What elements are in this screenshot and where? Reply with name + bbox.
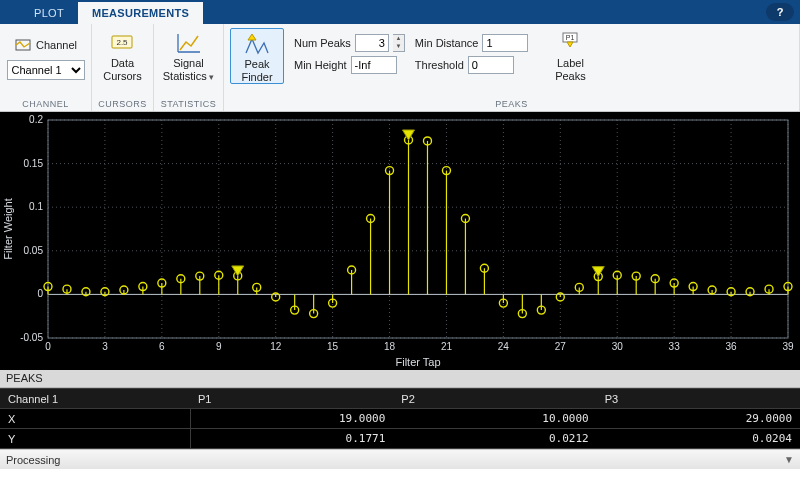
signal-statistics-button[interactable]: Signal Statistics: [163, 28, 215, 82]
peaks-cell: 0.0204: [597, 429, 800, 449]
svg-text:3: 3: [102, 341, 108, 352]
peaks-channel-header: Channel 1: [0, 389, 190, 409]
tab-plot[interactable]: PLOT: [20, 2, 78, 24]
svg-text:Filter Tap: Filter Tap: [395, 356, 440, 368]
ribbon-group-statistics: Signal Statistics STATISTICS: [154, 24, 224, 111]
svg-text:21: 21: [441, 341, 453, 352]
channel-group-label: CHANNEL: [6, 99, 85, 111]
filter-weight-plot[interactable]: -0.0500.050.10.150.203691215182124273033…: [0, 112, 800, 370]
peaks-row-label: X: [0, 409, 190, 429]
peaks-col-header: P2: [393, 389, 596, 409]
channel-label: Channel: [36, 39, 77, 51]
num-peaks-label: Num Peaks: [294, 37, 351, 49]
svg-text:0.15: 0.15: [24, 158, 44, 169]
svg-marker-3: [248, 34, 256, 40]
statistics-group-label: STATISTICS: [160, 99, 217, 111]
svg-marker-6: [567, 42, 573, 47]
status-bar: Processing ▼: [0, 449, 800, 469]
channel-select[interactable]: Channel 1: [7, 60, 85, 80]
svg-text:0: 0: [37, 288, 43, 299]
svg-text:24: 24: [498, 341, 510, 352]
svg-text:0: 0: [45, 341, 51, 352]
svg-text:0.1: 0.1: [29, 201, 43, 212]
label-peaks-icon: P1: [556, 30, 584, 56]
svg-text:9: 9: [216, 341, 222, 352]
peaks-cell: 29.0000: [597, 409, 800, 429]
svg-text:15: 15: [327, 341, 339, 352]
help-button[interactable]: ?: [766, 3, 794, 21]
peaks-row-label: Y: [0, 429, 190, 449]
ribbon-group-channel: Channel Channel 1 CHANNEL: [0, 24, 92, 111]
peaks-group-label: PEAKS: [230, 99, 793, 111]
svg-text:12: 12: [270, 341, 282, 352]
table-row: Y0.17710.02120.0204: [0, 429, 800, 449]
svg-text:39: 39: [782, 341, 794, 352]
status-menu-icon[interactable]: ▼: [784, 454, 794, 465]
peaks-col-header: P1: [190, 389, 393, 409]
tab-strip: PLOT MEASUREMENTS ?: [0, 0, 800, 24]
svg-rect-47: [48, 120, 788, 338]
svg-text:2.5: 2.5: [116, 38, 128, 47]
ribbon-toolbar: Channel Channel 1 CHANNEL 2.5 Data Curso…: [0, 24, 800, 112]
tab-measurements[interactable]: MEASUREMENTS: [78, 2, 203, 24]
data-cursors-icon: 2.5: [109, 30, 137, 56]
min-height-label: Min Height: [294, 59, 347, 71]
peaks-table: Channel 1P1P2P3 X19.000010.000029.0000Y0…: [0, 388, 800, 449]
data-cursors-button[interactable]: 2.5 Data Cursors: [98, 28, 147, 82]
peak-finder-button[interactable]: Peak Finder: [230, 28, 284, 84]
peak-params-col2: Min Distance Threshold: [415, 28, 529, 74]
peaks-cell: 0.0212: [393, 429, 596, 449]
svg-text:33: 33: [669, 341, 681, 352]
peaks-cell: 19.0000: [190, 409, 393, 429]
peaks-cell: 0.1771: [190, 429, 393, 449]
num-peaks-spinner[interactable]: ▲▼: [393, 34, 405, 52]
ribbon-group-cursors: 2.5 Data Cursors CURSORS: [92, 24, 154, 111]
peak-params-col1: Num Peaks ▲▼ Min Height: [294, 28, 405, 74]
svg-text:P1: P1: [566, 34, 575, 41]
svg-text:30: 30: [612, 341, 624, 352]
peaks-panel-title: PEAKS: [0, 370, 800, 388]
svg-text:0.2: 0.2: [29, 114, 43, 125]
svg-text:36: 36: [726, 341, 738, 352]
threshold-label: Threshold: [415, 59, 464, 71]
peaks-col-header: P3: [597, 389, 800, 409]
peak-finder-icon: [243, 31, 271, 57]
label-peaks-button[interactable]: P1 Label Peaks: [544, 28, 596, 82]
svg-text:Filter Weight: Filter Weight: [2, 198, 14, 260]
statistics-icon: [175, 30, 203, 56]
svg-text:27: 27: [555, 341, 567, 352]
peaks-cell: 10.0000: [393, 409, 596, 429]
status-text: Processing: [6, 454, 60, 466]
cursors-group-label: CURSORS: [98, 99, 147, 111]
threshold-input[interactable]: [468, 56, 514, 74]
table-row: X19.000010.000029.0000: [0, 409, 800, 429]
svg-text:-0.05: -0.05: [20, 332, 43, 343]
channel-icon: [14, 36, 32, 54]
svg-text:0.05: 0.05: [24, 245, 44, 256]
ribbon-group-peaks: Peak Finder Num Peaks ▲▼ Min Height Min …: [224, 24, 800, 111]
svg-text:18: 18: [384, 341, 396, 352]
min-distance-input[interactable]: [482, 34, 528, 52]
num-peaks-input[interactable]: [355, 34, 389, 52]
svg-text:6: 6: [159, 341, 165, 352]
min-height-input[interactable]: [351, 56, 397, 74]
min-distance-label: Min Distance: [415, 37, 479, 49]
